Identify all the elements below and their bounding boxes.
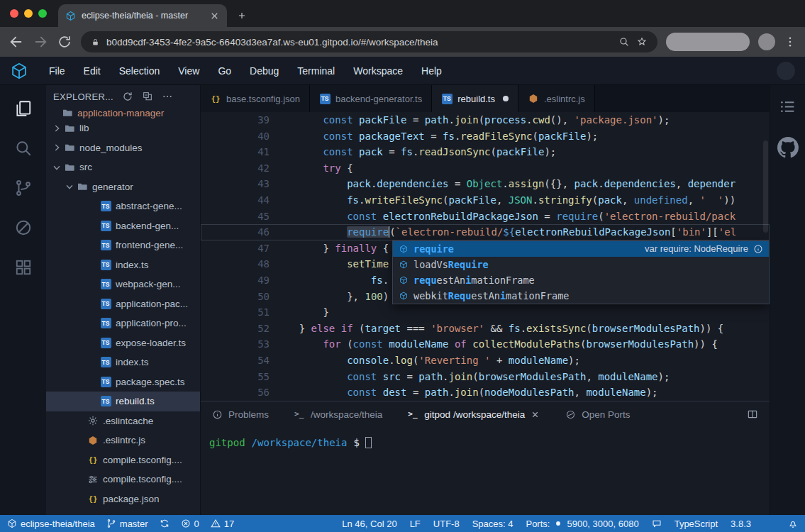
forward-icon[interactable]	[33, 34, 48, 50]
editor-tab-eslintrc-js[interactable]: .eslintrc.js	[518, 85, 595, 112]
tree-item-compile.tsconfig....[interactable]: compile.tsconfig....	[46, 470, 200, 489]
status-language[interactable]: TypeScript	[674, 519, 718, 529]
status-ts-version[interactable]: 3.8.3	[731, 519, 751, 529]
menu-help[interactable]: Help	[412, 57, 451, 84]
activity-source-control-icon[interactable]	[14, 179, 33, 197]
new-tab-button[interactable]	[233, 6, 251, 25]
status-encoding[interactable]: UTF-8	[433, 519, 460, 529]
right-github-icon[interactable]	[777, 137, 799, 158]
editor-tab-base-tsconfig-json[interactable]: {}base.tsconfig.json	[201, 85, 310, 112]
status-notifications[interactable]	[788, 519, 798, 528]
refresh-icon[interactable]	[122, 91, 133, 102]
menu-debug[interactable]: Debug	[240, 57, 288, 84]
status-indentation[interactable]: Spaces: 4	[472, 519, 513, 529]
tree-item-label: rebuild.ts	[116, 396, 155, 406]
tree-item-rebuild.ts[interactable]: TSrebuild.ts	[46, 392, 200, 411]
modified-dot-icon[interactable]	[503, 96, 509, 101]
split-panel-icon[interactable]	[747, 409, 758, 420]
activity-extensions-icon[interactable]	[14, 258, 33, 277]
window-controls	[0, 0, 58, 27]
panel-tab-problems[interactable]: Problems	[212, 409, 269, 420]
panel-tab-terminal-1[interactable]: >_/workspace/theia	[294, 409, 382, 420]
tree-item-application-manager[interactable]: application-manager	[46, 108, 200, 118]
menu-view[interactable]: View	[169, 57, 209, 84]
tree-item-application-pro...[interactable]: TSapplication-pro...	[46, 314, 200, 333]
back-icon[interactable]	[9, 34, 24, 50]
status-eol[interactable]: LF	[410, 519, 421, 529]
status-label: UTF-8	[433, 519, 460, 529]
menu-file[interactable]: File	[40, 57, 74, 84]
tab-label: base.tsconfig.json	[226, 94, 300, 104]
tree-item-expose-loader.ts[interactable]: TSexpose-loader.ts	[46, 333, 200, 353]
zoom-icon[interactable]	[618, 36, 630, 48]
status-errors[interactable]: 0	[181, 519, 199, 529]
tree-item-.eslintcache[interactable]: .eslintcache	[46, 411, 200, 431]
explorer-sidebar: EXPLORER... application-managerlibnode_m…	[46, 85, 201, 515]
tree-item-index.ts[interactable]: TSindex.ts	[46, 353, 200, 372]
panel-tab-open-ports[interactable]: Open Ports	[565, 409, 630, 420]
right-outline-icon[interactable]	[779, 98, 796, 116]
tree-item-abstract-gene...[interactable]: TSabstract-gene...	[46, 196, 200, 216]
browser-menu-icon[interactable]	[784, 35, 796, 48]
suggest-item-requestAnimationFrame[interactable]: requestAnimationFrame	[393, 272, 769, 288]
minimize-window-button[interactable]	[24, 9, 33, 18]
tree-item-backend-gen...[interactable]: TSbackend-gen...	[46, 216, 200, 236]
tree-item-application-pac...[interactable]: TSapplication-pac...	[46, 294, 200, 314]
tree-item-node-modules[interactable]: node_modules	[46, 138, 200, 158]
menu-selection[interactable]: Selection	[110, 57, 170, 84]
browser-profile-avatar[interactable]	[758, 33, 775, 50]
editor-tab-rebuild-ts[interactable]: TSrebuild.ts	[432, 85, 518, 112]
tree-item-.eslintrc.js[interactable]: .eslintrc.js	[46, 431, 200, 450]
menu-edit[interactable]: Edit	[74, 57, 110, 84]
tree-item-package.spec.ts[interactable]: TSpackage.spec.ts	[46, 372, 200, 392]
tree-item-compile.tsconfig....[interactable]: {}compile.tsconfig....	[46, 450, 200, 470]
error-circle-icon	[181, 519, 191, 528]
status-branch[interactable]: master	[106, 519, 148, 529]
suggest-label: webkitRequestAnimationFrame	[413, 288, 569, 304]
activity-explorer-icon[interactable]	[14, 99, 33, 118]
editor-tab-backend-generator-ts[interactable]: TSbackend-generator.ts	[310, 85, 432, 112]
tree-item-lib[interactable]: lib	[46, 118, 200, 138]
line-number: 41	[201, 144, 270, 160]
bookmark-star-icon[interactable]	[636, 36, 648, 48]
menu-terminal[interactable]: Terminal	[288, 57, 344, 84]
tree-item-src[interactable]: src	[46, 157, 200, 177]
tree-item-package.json[interactable]: {}package.json	[46, 489, 200, 509]
url-text[interactable]: b0dd9cdf-3453-4fe2-9a5c-66403d3ea7af.ws-…	[106, 37, 612, 48]
address-bar[interactable]: b0dd9cdf-3453-4fe2-9a5c-66403d3ea7af.ws-…	[81, 31, 657, 52]
suggest-item-require[interactable]: requirevar require: NodeRequire	[393, 241, 769, 257]
gitpod-logo-icon[interactable]	[10, 62, 28, 80]
suggest-item-webkitRequestAnimationFrame[interactable]: webkitRequestAnimationFrame	[393, 288, 769, 304]
reload-icon[interactable]	[57, 34, 72, 50]
status-sync[interactable]	[160, 519, 170, 528]
browser-tab[interactable]: eclipse-theia/theia - master	[58, 4, 227, 27]
status-ports[interactable]: Ports:5900, 3000, 6080	[526, 519, 638, 529]
close-icon[interactable]	[531, 410, 540, 419]
collapse-all-icon[interactable]	[142, 91, 153, 102]
editor-scrollbar[interactable]	[763, 140, 768, 233]
status-warnings[interactable]: 17	[211, 519, 234, 529]
tree-item-frontend-gene...[interactable]: TSfrontend-gene...	[46, 235, 200, 255]
suggest-item-loadVsRequire[interactable]: loadVsRequire	[393, 257, 769, 272]
code-editor[interactable]: 39 const packFile = path.join(process.cw…	[201, 112, 770, 401]
status-feedback[interactable]	[652, 519, 662, 528]
close-window-button[interactable]	[10, 9, 18, 18]
tree-item-index.ts[interactable]: TSindex.ts	[46, 255, 200, 275]
tree-item-label: expose-loader.ts	[116, 338, 186, 348]
status-workspace[interactable]: eclipse-theia/theia	[7, 519, 95, 529]
terminal[interactable]: gitpod/workspace/theia$	[201, 427, 770, 515]
user-avatar[interactable]	[777, 62, 795, 80]
zoom-window-button[interactable]	[38, 9, 47, 18]
activity-debug-icon[interactable]	[14, 218, 33, 237]
read-more-icon[interactable]	[753, 244, 763, 254]
activity-search-icon[interactable]	[14, 139, 33, 157]
editor-tabs: {}base.tsconfig.jsonTSbackend-generator.…	[201, 85, 770, 112]
menu-workspace[interactable]: Workspace	[344, 57, 412, 84]
tab-close-icon[interactable]	[209, 11, 220, 21]
status-cursor-position[interactable]: Ln 46, Col 20	[342, 519, 396, 529]
panel-tab-terminal-2[interactable]: >_gitpod /workspace/theia	[408, 409, 540, 420]
more-actions-icon[interactable]	[162, 91, 173, 102]
tree-item-generator[interactable]: generator	[46, 177, 200, 197]
tree-item-webpack-gen...[interactable]: TSwebpack-gen...	[46, 275, 200, 294]
menu-go[interactable]: Go	[209, 57, 240, 84]
